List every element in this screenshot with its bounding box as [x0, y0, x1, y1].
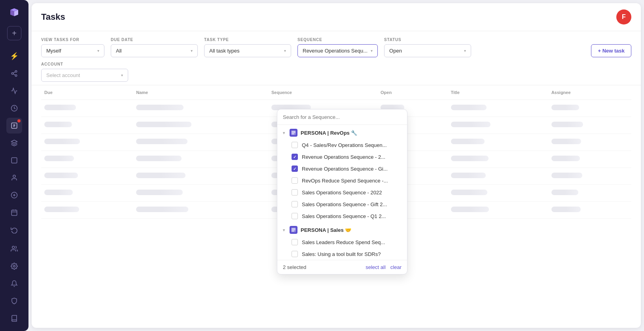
header: Tasks F: [32, 3, 641, 31]
sequence-checkbox[interactable]: [292, 251, 298, 257]
select-all-link[interactable]: select all: [366, 264, 386, 270]
sequence-dropdown-item[interactable]: Sales Operations Sequence - 2022: [277, 186, 407, 198]
skeleton-cell: [551, 105, 579, 110]
svg-line-3: [13, 74, 15, 75]
sidebar-item-person[interactable]: [6, 170, 22, 186]
skeleton-cell: [451, 173, 486, 178]
skeleton-cell: [451, 105, 487, 110]
sequence-checkbox[interactable]: [292, 142, 298, 148]
sidebar-item-coin[interactable]: [6, 187, 22, 203]
skeleton-cell: [136, 190, 183, 195]
sequence-item-label: Sales Operations Sequence - Q1 2...: [302, 213, 386, 219]
sequence-dropdown-item[interactable]: Revenue Operations Sequence - 2...: [277, 151, 407, 163]
sequence-item-label: RevOps Reduce Spend Sequence -...: [302, 178, 388, 184]
filter-group-status: STATUS Open ▾: [384, 38, 471, 57]
sequence-dropdown-item[interactable]: Sales Operations Sequence - Gift 2...: [277, 198, 407, 210]
dropdown-list: ▾ PERSONA | RevOps 🔧 Q4 - Sales/Rev Oper…: [277, 125, 407, 260]
group-icon: [290, 129, 297, 137]
due-date-select[interactable]: All ▾: [111, 44, 198, 57]
sequence-checkbox[interactable]: [292, 189, 298, 196]
svg-point-2: [15, 75, 17, 77]
clear-link[interactable]: clear: [390, 264, 402, 270]
sequence-dropdown-item[interactable]: Q4 - Sales/Rev Operations Sequen...: [277, 139, 407, 151]
sequence-checkbox[interactable]: [292, 166, 298, 172]
status-select[interactable]: Open ▾: [384, 44, 471, 57]
chevron-down-icon: ▾: [284, 49, 286, 53]
filter-group-due-date: DUE DATE All ▾: [111, 38, 198, 57]
group-chevron-icon: ▾: [283, 131, 285, 135]
sequence-dropdown-item[interactable]: Sales: Using a tool built for SDRs?: [277, 248, 407, 260]
svg-point-20: [12, 246, 15, 248]
sidebar-bottom: [6, 241, 22, 326]
filter-group-view-tasks-for: VIEW TASKS FOR Myself ▾: [41, 38, 104, 57]
skeleton-cell: [451, 190, 487, 195]
svg-rect-11: [11, 158, 17, 163]
sequence-checkbox[interactable]: [292, 213, 298, 219]
selected-count: 2 selected: [283, 264, 306, 270]
account-label: ACCOUNT: [41, 62, 128, 66]
svg-marker-10: [11, 140, 17, 143]
sequence-item-label: Sales Leaders Reduce Spend Seq...: [302, 239, 385, 245]
col-due: Due: [41, 85, 133, 100]
sequence-label: SEQUENCE: [297, 38, 378, 42]
sequence-item-label: Sales Operations Sequence - 2022: [302, 190, 382, 196]
sidebar-item-lightning[interactable]: ⚡: [6, 48, 22, 64]
filter-group-sequence: SEQUENCE Revenue Operations Sequ... ▾: [297, 38, 378, 57]
sidebar-item-box[interactable]: [6, 152, 22, 168]
filters-panel: VIEW TASKS FOR Myself ▾ DUE DATE All ▾ T…: [32, 31, 641, 85]
sidebar-item-share[interactable]: [6, 66, 22, 81]
view-tasks-for-select[interactable]: Myself ▾: [41, 44, 104, 57]
sidebar-item-refresh[interactable]: [6, 222, 22, 238]
svg-line-4: [13, 72, 15, 73]
skeleton-cell: [551, 156, 580, 161]
sidebar-item-chart[interactable]: [6, 83, 22, 99]
sidebar-item-book[interactable]: [6, 310, 22, 326]
user-avatar[interactable]: F: [616, 9, 631, 24]
sidebar-item-group[interactable]: [6, 241, 22, 257]
account-select[interactable]: Select account ▾: [41, 69, 128, 82]
sidebar-item-clock[interactable]: [6, 100, 22, 116]
table-container: Due Name Sequence Open Title Assignee ▾ …: [32, 85, 641, 328]
sequence-checkbox[interactable]: [292, 177, 298, 184]
sidebar-item-tasks[interactable]: [6, 118, 22, 134]
skeleton-cell: [136, 207, 188, 212]
sequence-checkbox[interactable]: [292, 201, 298, 207]
footer-actions: select all clear: [366, 264, 402, 270]
sidebar-item-calendar[interactable]: [6, 205, 22, 220]
svg-point-21: [13, 265, 15, 267]
skeleton-cell: [44, 105, 76, 110]
sequence-dropdown-item[interactable]: Revenue Operations Sequence - Gi...: [277, 163, 407, 175]
skeleton-cell: [551, 207, 581, 212]
group-header-0[interactable]: ▾ PERSONA | RevOps 🔧: [277, 125, 407, 139]
sequence-checkbox[interactable]: [292, 154, 298, 160]
app-logo: [7, 5, 22, 20]
sequence-dropdown-item[interactable]: Sales Operations Sequence - Q1 2...: [277, 210, 407, 222]
main-content: Tasks F VIEW TASKS FOR Myself ▾ DUE DATE…: [32, 3, 641, 328]
svg-rect-16: [11, 210, 17, 216]
sequence-select[interactable]: Revenue Operations Sequ... ▾: [297, 44, 378, 57]
group-header-1[interactable]: ▾ PERSONA | Sales 🤝: [277, 222, 407, 236]
sequence-checkbox[interactable]: [292, 239, 298, 245]
sequence-item-label: Revenue Operations Sequence - Gi...: [302, 166, 388, 172]
sidebar-item-shield[interactable]: [6, 293, 22, 309]
sequence-dropdown-item[interactable]: Sales Leaders Reduce Spend Seq...: [277, 236, 407, 248]
sidebar-item-layers[interactable]: [6, 135, 22, 151]
skeleton-cell: [551, 190, 578, 195]
skeleton-cell: [44, 139, 80, 144]
sidebar-nav: ⚡: [6, 48, 22, 241]
group-chevron-icon: ▾: [283, 228, 285, 232]
filter-row-1: VIEW TASKS FOR Myself ▾ DUE DATE All ▾ T…: [41, 38, 631, 57]
sequence-search-input[interactable]: [283, 114, 402, 120]
skeleton-cell: [136, 105, 184, 110]
svg-point-0: [15, 71, 17, 73]
task-type-select[interactable]: All task types ▾: [204, 44, 291, 57]
group-name: PERSONA | Sales 🤝: [301, 227, 351, 233]
chevron-down-icon: ▾: [121, 73, 123, 77]
sidebar-item-bell[interactable]: [6, 276, 22, 292]
col-name: Name: [133, 85, 268, 100]
sidebar-item-settings[interactable]: [6, 258, 22, 274]
new-task-button[interactable]: + New task: [591, 44, 631, 57]
group-icon: [290, 226, 297, 234]
sequence-dropdown-item[interactable]: RevOps Reduce Spend Sequence -...: [277, 175, 407, 186]
add-button[interactable]: +: [7, 26, 21, 40]
